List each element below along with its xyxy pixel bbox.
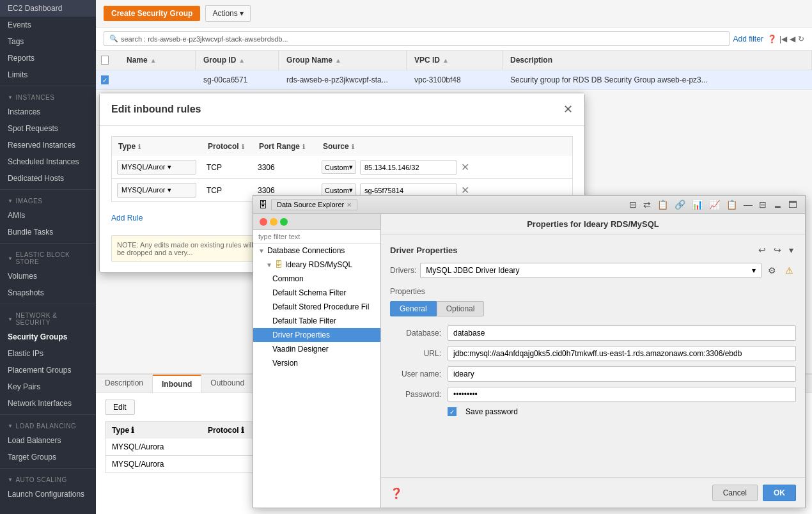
maximize-dot[interactable]: [280, 218, 288, 226]
tree-item-table-filter[interactable]: Default Table Filter: [253, 314, 380, 328]
sidebar-item-snapshots[interactable]: Snapshots: [0, 284, 96, 301]
props-tab-optional[interactable]: Optional: [437, 301, 485, 316]
close-dot[interactable]: [260, 218, 267, 226]
tab-inbound[interactable]: Inbound: [153, 375, 201, 393]
sidebar-item-tags[interactable]: Tags: [0, 33, 96, 50]
dse-tool-btn-5[interactable]: 📊: [689, 198, 705, 211]
driver-props-btn-1[interactable]: ↩: [756, 244, 769, 256]
source-info-icon[interactable]: ℹ: [352, 143, 354, 150]
props-tab-general[interactable]: General: [390, 301, 437, 316]
dse-minimize-button[interactable]: 🗕: [770, 198, 785, 211]
add-rule-button[interactable]: Add Rule: [111, 208, 143, 228]
sidebar-item-spot-requests[interactable]: Spot Requests: [0, 120, 96, 137]
sidebar-item-amis[interactable]: AMIs: [0, 207, 96, 224]
database-label: Database:: [390, 329, 448, 338]
sidebar-item-events[interactable]: Events: [0, 17, 96, 33]
sidebar-item-target-groups[interactable]: Target Groups: [0, 449, 96, 465]
name-sort-icon[interactable]: ▲: [150, 57, 157, 64]
save-password-checkbox[interactable]: ✓: [448, 407, 457, 416]
sidebar-item-reserved-instances[interactable]: Reserved Instances: [0, 137, 96, 153]
search-input-container[interactable]: 🔍 search : rds-awseb-e-pz3jkwcvpf-stack-…: [104, 31, 730, 46]
tree-ideary-rds[interactable]: ▼ 🗄 Ideary RDS/MySQL: [253, 258, 380, 272]
dialog-close-button[interactable]: ✕: [563, 102, 573, 116]
table-row[interactable]: ✓ sg-00ca6571 rds-awseb-e-pz3jkwcvpf-sta…: [96, 70, 812, 90]
tree-item-version[interactable]: Version: [253, 356, 380, 370]
rule1-source-type-select[interactable]: Custom ▾: [322, 160, 356, 174]
tree-item-stored-proc[interactable]: Default Stored Procedure Fil: [253, 300, 380, 314]
row-checkbox-checked[interactable]: ✓: [101, 75, 109, 84]
tree-item-common[interactable]: Common: [253, 272, 380, 286]
sidebar-divider-5: [0, 414, 96, 415]
sidebar-item-volumes[interactable]: Volumes: [0, 268, 96, 284]
sidebar-item-load-balancers[interactable]: Load Balancers: [0, 432, 96, 449]
header-checkbox[interactable]: [101, 56, 109, 65]
sidebar-item-instances[interactable]: Instances: [0, 104, 96, 120]
dse-tool-btn-2[interactable]: ⇄: [641, 198, 653, 211]
drivers-warn-btn[interactable]: ⚠: [783, 264, 796, 277]
minimize-dot[interactable]: [270, 218, 277, 226]
dse-tool-btn-6[interactable]: 📈: [707, 198, 722, 211]
groupname-sort-icon[interactable]: ▲: [335, 57, 341, 64]
tree-item-schema-filter[interactable]: Default Schema Filter: [253, 286, 380, 300]
dse-tool-btn-3[interactable]: 📋: [655, 198, 671, 211]
driver-props-btn-3[interactable]: ▾: [786, 244, 796, 256]
rule1-type-select[interactable]: MYSQL/Auror ▾: [117, 160, 196, 175]
refresh-button[interactable]: ↻: [798, 35, 804, 43]
dse-maximize-button[interactable]: 🗖: [786, 198, 800, 211]
select-all-checkbox[interactable]: [96, 51, 119, 70]
url-input[interactable]: [448, 346, 796, 361]
drivers-select[interactable]: MySQL JDBC Driver Ideary ▾: [420, 263, 761, 278]
tab-outbound[interactable]: Outbound: [201, 375, 254, 393]
dse-tool-btn-9[interactable]: ⊟: [756, 198, 769, 211]
dse-tab[interactable]: Data Source Explorer ✕: [271, 199, 357, 210]
portrange-info-icon[interactable]: ℹ: [302, 143, 305, 150]
dse-tool-btn-8[interactable]: —: [741, 198, 755, 211]
sidebar-item-launch-configurations[interactable]: Launch Configurations: [0, 486, 96, 502]
dse-tool-btn-1[interactable]: ⊟: [627, 198, 639, 211]
sidebar-item-scheduled-instances[interactable]: Scheduled Instances: [0, 153, 96, 170]
password-input[interactable]: [448, 387, 796, 402]
sidebar-item-ec2-dashboard[interactable]: EC2 Dashboard: [0, 0, 96, 17]
groupid-sort-icon[interactable]: ▲: [238, 57, 245, 64]
sidebar-item-dedicated-hosts[interactable]: Dedicated Hosts: [0, 170, 96, 187]
actions-button[interactable]: Actions ▾: [205, 5, 251, 22]
prev-page-button[interactable]: ◀: [790, 35, 795, 43]
sidebar-item-bundle-tasks[interactable]: Bundle Tasks: [0, 224, 96, 240]
sidebar-item-reports[interactable]: Reports: [0, 50, 96, 66]
ok-button[interactable]: OK: [763, 485, 796, 501]
sidebar-item-security-groups[interactable]: Security Groups: [0, 329, 96, 345]
sidebar-item-elastic-ips[interactable]: Elastic IPs: [0, 345, 96, 362]
tree-item-driver-properties[interactable]: Driver Properties: [253, 328, 380, 342]
create-security-group-button[interactable]: Create Security Group: [104, 6, 200, 21]
dse-tab-close-area: ✕: [347, 201, 352, 208]
rule1-remove-button[interactable]: ✕: [461, 161, 469, 173]
dse-tool-btn-4[interactable]: 🔗: [672, 198, 688, 211]
sidebar-item-key-pairs[interactable]: Key Pairs: [0, 378, 96, 395]
tree-filter-input[interactable]: [253, 230, 380, 244]
dse-tool-btn-7[interactable]: 📋: [724, 198, 740, 211]
help-icon[interactable]: ❓: [390, 487, 403, 499]
rule1-source-input[interactable]: [360, 160, 457, 175]
rule2-type-select[interactable]: MYSQL/Auror ▾: [117, 183, 196, 198]
tab-description[interactable]: Description: [96, 375, 153, 393]
vpcid-sort-icon[interactable]: ▲: [442, 57, 449, 64]
username-input[interactable]: [448, 366, 796, 382]
sidebar-item-limits[interactable]: Limits: [0, 66, 96, 83]
tree-db-connections[interactable]: ▼ Database Connections: [253, 244, 380, 258]
db-cylinder-icon: 🗄: [275, 260, 283, 269]
help-button[interactable]: ❓: [767, 35, 777, 43]
first-page-button[interactable]: |◀: [779, 35, 787, 43]
cancel-button[interactable]: Cancel: [712, 485, 758, 501]
sidebar-divider-6: [0, 468, 96, 469]
add-filter-button[interactable]: Add filter: [733, 35, 763, 43]
driver-props-btn-2[interactable]: ↪: [771, 244, 784, 256]
row-checkbox[interactable]: ✓: [96, 70, 119, 90]
database-input[interactable]: [448, 325, 796, 341]
edit-button[interactable]: Edit: [105, 400, 135, 415]
drivers-settings-btn[interactable]: ⚙: [765, 264, 779, 277]
sidebar-item-placement-groups[interactable]: Placement Groups: [0, 362, 96, 378]
type-info-icon[interactable]: ℹ: [138, 143, 141, 150]
tree-item-vaadin[interactable]: Vaadin Designer: [253, 342, 380, 356]
protocol-info-icon[interactable]: ℹ: [242, 143, 244, 150]
sidebar-item-network-interfaces[interactable]: Network Interfaces: [0, 395, 96, 412]
